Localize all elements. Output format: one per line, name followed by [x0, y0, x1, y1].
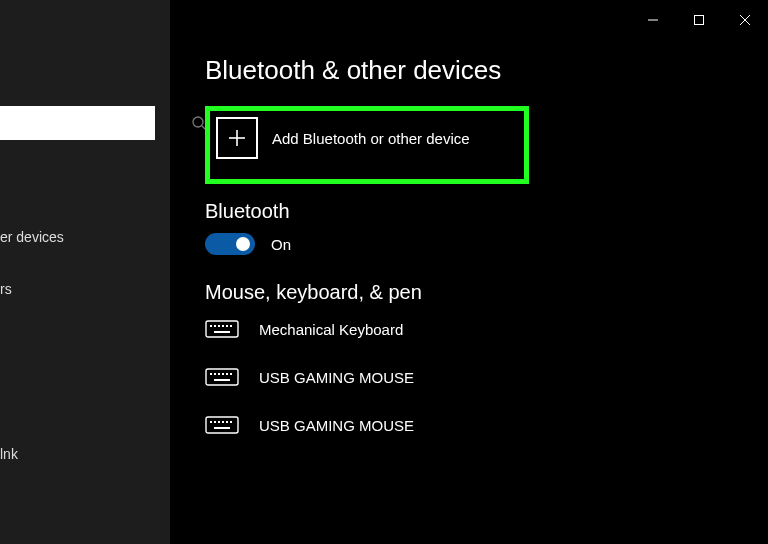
plus-icon: [216, 117, 258, 159]
sidebar-item-label: lnk: [0, 446, 18, 462]
maximize-icon: [693, 14, 705, 26]
close-button[interactable]: [722, 4, 768, 36]
search-box[interactable]: [0, 106, 155, 140]
svg-rect-18: [214, 373, 216, 375]
bluetooth-heading: Bluetooth: [205, 200, 745, 223]
svg-rect-19: [218, 373, 220, 375]
svg-rect-10: [214, 325, 216, 327]
svg-rect-20: [222, 373, 224, 375]
sidebar-item-label: er devices: [0, 229, 64, 245]
mkp-heading: Mouse, keyboard, & pen: [205, 281, 745, 304]
svg-rect-21: [226, 373, 228, 375]
device-label: USB GAMING MOUSE: [259, 417, 414, 434]
bluetooth-toggle-label: On: [271, 236, 291, 253]
keyboard-icon: [205, 414, 239, 436]
keyboard-icon: [205, 366, 239, 388]
device-label: USB GAMING MOUSE: [259, 369, 414, 386]
titlebar: [630, 0, 768, 40]
sidebar-item-bluetooth-other-devices[interactable]: er devices: [0, 223, 170, 251]
page-title: Bluetooth & other devices: [205, 55, 745, 86]
device-list: Mechanical Keyboard USB GAMING MOUSE USB…: [205, 318, 745, 436]
bluetooth-section: Bluetooth On: [205, 200, 745, 255]
device-label: Mechanical Keyboard: [259, 321, 403, 338]
svg-rect-24: [206, 417, 238, 433]
minimize-button[interactable]: [630, 4, 676, 36]
svg-rect-12: [222, 325, 224, 327]
svg-point-4: [193, 117, 203, 127]
svg-rect-13: [226, 325, 228, 327]
svg-rect-28: [222, 421, 224, 423]
annotation-highlight: Add Bluetooth or other device: [205, 106, 529, 184]
svg-rect-14: [230, 325, 232, 327]
bluetooth-toggle[interactable]: [205, 233, 255, 255]
settings-window: er devices rs lnk Bluetooth & other devi…: [0, 0, 768, 544]
sidebar-item-label: rs: [0, 281, 12, 297]
search-input[interactable]: [0, 106, 191, 140]
sidebar: er devices rs lnk: [0, 0, 170, 544]
device-item[interactable]: USB GAMING MOUSE: [205, 414, 745, 436]
bluetooth-toggle-row: On: [205, 233, 745, 255]
add-bluetooth-device-button[interactable]: Add Bluetooth or other device: [216, 117, 514, 159]
close-icon: [739, 14, 751, 26]
svg-rect-1: [695, 16, 704, 25]
svg-rect-31: [214, 427, 230, 429]
maximize-button[interactable]: [676, 4, 722, 36]
svg-rect-11: [218, 325, 220, 327]
mouse-keyboard-pen-section: Mouse, keyboard, & pen Mechanical Keyboa…: [205, 281, 745, 436]
svg-rect-15: [214, 331, 230, 333]
add-device-label: Add Bluetooth or other device: [272, 130, 470, 147]
sidebar-item-windows-ink[interactable]: lnk: [0, 440, 170, 468]
svg-rect-23: [214, 379, 230, 381]
minimize-icon: [647, 14, 659, 26]
svg-rect-9: [210, 325, 212, 327]
sidebar-item-printers-scanners[interactable]: rs: [0, 275, 170, 303]
svg-rect-26: [214, 421, 216, 423]
device-item[interactable]: Mechanical Keyboard: [205, 318, 745, 340]
svg-rect-17: [210, 373, 212, 375]
svg-rect-16: [206, 369, 238, 385]
svg-rect-25: [210, 421, 212, 423]
main-content: Bluetooth & other devices Add Bluetooth …: [205, 55, 745, 436]
svg-rect-22: [230, 373, 232, 375]
toggle-knob: [236, 237, 250, 251]
svg-rect-8: [206, 321, 238, 337]
device-item[interactable]: USB GAMING MOUSE: [205, 366, 745, 388]
svg-rect-30: [230, 421, 232, 423]
svg-rect-29: [226, 421, 228, 423]
svg-rect-27: [218, 421, 220, 423]
keyboard-icon: [205, 318, 239, 340]
